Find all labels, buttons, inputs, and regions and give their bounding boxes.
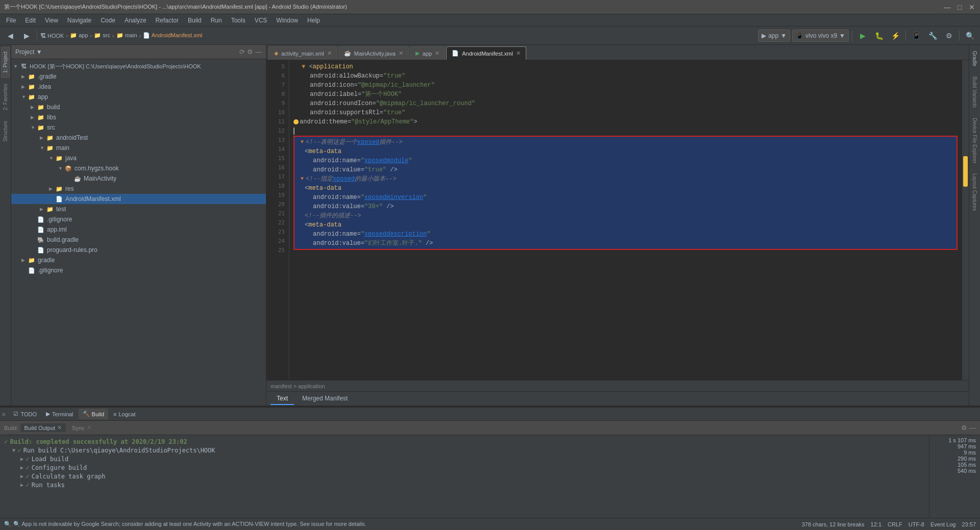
tree-gradle-root[interactable]: ▶ 📁 gradle [11, 255, 266, 265]
forward-button[interactable]: ▶ [19, 29, 34, 43]
gradle-tab[interactable]: Gradle [971, 47, 978, 70]
sub-tab-merged-manifest[interactable]: Merged Manifest [296, 393, 354, 405]
build-output-close[interactable]: ✕ [57, 424, 62, 431]
tree-root[interactable]: ▼ 🏗 HOOK [第一个HOOK] C:\Users\qiaoye\Andro… [11, 61, 266, 71]
chars-info[interactable]: 378 chars, 12 line breaks [802, 521, 865, 527]
tree-src[interactable]: ▼ 📁 src [11, 122, 266, 133]
editor-scrollbar[interactable] [962, 60, 969, 380]
tab-app[interactable]: ▶ app ✕ [410, 46, 445, 60]
tab-activity-main[interactable]: ◈ activity_main.xml ✕ [268, 46, 337, 60]
tree-build[interactable]: ▶ 📁 build [11, 102, 266, 112]
tree-app[interactable]: ▼ 📁 app [11, 92, 266, 102]
tree-gitignore[interactable]: ▶ 📄 .gitignore [11, 214, 266, 224]
tree-androidtest[interactable]: ▶ 📁 androidTest [11, 133, 266, 143]
structure-tab[interactable]: Structure [2, 117, 9, 146]
tree-libs[interactable]: ▶ 📁 libs [11, 112, 266, 122]
menu-tools[interactable]: Tools [227, 16, 250, 25]
menu-code[interactable]: Code [96, 16, 119, 25]
search-everywhere-button[interactable]: 🔍 [963, 29, 977, 43]
menu-build[interactable]: Build [184, 16, 206, 25]
tree-idea[interactable]: ▶ 📁 .idea [11, 82, 266, 92]
build-minimize-icon[interactable]: — [969, 424, 976, 432]
tree-test[interactable]: ▶ 📁 test [11, 204, 266, 214]
menu-edit[interactable]: Edit [21, 16, 40, 25]
tab-manifest-close[interactable]: ✕ [516, 50, 521, 57]
menu-refactor[interactable]: Refactor [152, 16, 183, 25]
panel-title[interactable]: Project ▼ [15, 48, 42, 56]
calc-success: ✓ [26, 472, 30, 480]
sync-tab[interactable]: Sync ✕ [68, 423, 95, 432]
tree-mainactivity[interactable]: ▶ ☕ MainActivity [11, 173, 266, 184]
tree-buildgradle[interactable]: ▶ 🐘 build.gradle [11, 235, 266, 245]
settings-button[interactable]: ⚙ [942, 29, 956, 43]
code-content[interactable]: 5 6 7 8 9 10 11 12 13 14 15 16 17 18 [266, 60, 969, 380]
position-info[interactable]: 12:1 [871, 521, 881, 527]
build-variants-tab[interactable]: Build Variants [971, 72, 978, 112]
code-area[interactable]: ▼ <application android:allowBackup="true… [289, 60, 962, 380]
sdk-button[interactable]: 🔧 [925, 29, 940, 43]
menu-run[interactable]: Run [207, 16, 226, 25]
tree-gitignore-root[interactable]: ▶ 📄 .gitignore [11, 265, 266, 275]
logcat-tab[interactable]: ≡ Logcat [109, 409, 139, 419]
device-file-tab[interactable]: Device File Explorer [971, 114, 978, 167]
tab-manifest[interactable]: 📄 AndroidManifest.xml ✕ [446, 46, 526, 60]
event-log-btn[interactable]: Event Log [930, 521, 956, 527]
menu-vcs[interactable]: VCS [251, 16, 272, 25]
sub-tab-text[interactable]: Text [271, 393, 294, 405]
load-build-item[interactable]: ▶ ✓ Load build [4, 455, 925, 463]
logcat-icon: ≡ [113, 411, 116, 417]
tree-res[interactable]: ▶ 📁 res [11, 184, 266, 194]
debug-button[interactable]: 🐛 [872, 29, 886, 43]
tree-main[interactable]: ▼ 📁 main [11, 143, 266, 153]
calc-task-item[interactable]: ▶ ✓ Calculate task graph [4, 472, 925, 481]
menu-window[interactable]: Window [272, 16, 302, 25]
gear-icon[interactable]: ⚙ [247, 48, 253, 56]
terminal-tab[interactable]: ▶ Terminal [42, 409, 78, 419]
toolbar-sep-4 [959, 31, 960, 41]
editor-breadcrumb-text: manifest > application [271, 383, 325, 389]
back-button[interactable]: ◀ [3, 29, 17, 43]
run-config-dropdown[interactable]: ▶ app ▼ [758, 30, 790, 42]
menu-help[interactable]: Help [303, 16, 324, 25]
build-settings-icon[interactable]: ⚙ [961, 424, 967, 432]
line-num-7: 7 [266, 81, 285, 90]
sync-tab-close[interactable]: ✕ [87, 424, 91, 431]
layout-captures-tab[interactable]: Layout Captures [971, 169, 978, 215]
todo-tab[interactable]: ☑ TODO [9, 409, 41, 419]
tab-mainactivity-close[interactable]: ✕ [399, 50, 403, 57]
menu-analyze[interactable]: Analyze [120, 16, 151, 25]
buildgradle-label: build.gradle [47, 236, 79, 243]
tree-gradle[interactable]: ▶ 📁 .gradle [11, 71, 266, 82]
window-controls: — □ ✕ [943, 3, 976, 11]
build-output-tab[interactable]: Build Output ✕ [20, 423, 66, 432]
tab-mainactivity[interactable]: ☕ MainActivity.java ✕ [338, 46, 409, 60]
build-run-item[interactable]: ▼ ✓ Run build C:\Users\qiaoye\AndroidStu… [4, 446, 925, 455]
device-dropdown[interactable]: 📱 vivo vivo x9 ▼ [792, 30, 849, 42]
tree-appiml[interactable]: ▶ 📄 app.iml [11, 224, 266, 235]
tree-java[interactable]: ▼ 📁 java [11, 153, 266, 163]
tree-package[interactable]: ▼ 📦 com.hygzs.hook [11, 163, 266, 173]
avd-button[interactable]: 📱 [909, 29, 923, 43]
tree-proguard[interactable]: ▶ 📄 proguard-rules.pro [11, 245, 266, 255]
configure-build-item[interactable]: ▶ ✓ Configure build [4, 463, 925, 472]
build-time-load: 9 ms [934, 449, 976, 456]
run-tasks-item[interactable]: ▶ ✓ Run tasks [4, 481, 925, 489]
sync-icon[interactable]: ⟳ [239, 48, 245, 56]
collapse-icon[interactable]: — [255, 48, 262, 56]
menu-navigate[interactable]: Navigate [63, 16, 95, 25]
menu-file[interactable]: File [2, 16, 20, 25]
tab-activity-close[interactable]: ✕ [327, 50, 332, 57]
favorites-tab[interactable]: 2: Favorites [2, 80, 9, 114]
close-button[interactable]: ✕ [968, 3, 976, 11]
minimize-button[interactable]: — [943, 3, 951, 11]
project-tab[interactable]: 1: Project [1, 47, 10, 78]
profile-button[interactable]: ⚡ [888, 29, 902, 43]
build-tab-bottom[interactable]: 🔨 Build [79, 409, 108, 419]
maximize-button[interactable]: □ [955, 3, 964, 11]
tab-app-close[interactable]: ✕ [435, 50, 439, 57]
crlf-info[interactable]: CRLF [888, 521, 902, 527]
menu-view[interactable]: View [41, 16, 62, 25]
tree-androidmanifest[interactable]: ▶ 📄 AndroidManifest.xml [11, 194, 266, 204]
root-icon: 🏗 [19, 62, 28, 70]
run-button[interactable]: ▶ [855, 29, 870, 43]
